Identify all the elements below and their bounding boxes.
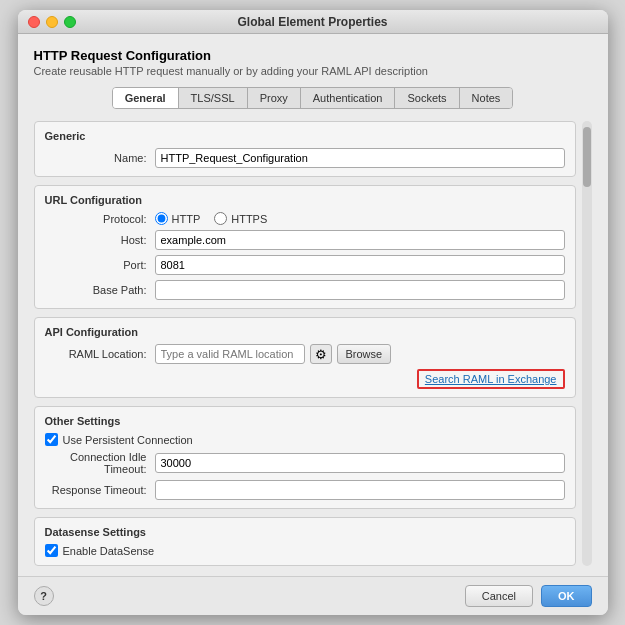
response-timeout-label: Response Timeout: xyxy=(45,484,155,496)
base-path-field-row: Base Path: xyxy=(45,280,565,300)
raml-icon-button[interactable]: ⚙ xyxy=(310,344,332,364)
close-button[interactable] xyxy=(28,16,40,28)
persistent-connection-checkbox[interactable] xyxy=(45,433,58,446)
host-label: Host: xyxy=(45,234,155,246)
page-subtitle: Create reusable HTTP request manually or… xyxy=(34,65,592,77)
title-bar: Global Element Properties xyxy=(18,10,608,34)
maximize-button[interactable] xyxy=(64,16,76,28)
main-content: Generic Name: URL Configuration Protocol… xyxy=(34,121,576,566)
footer: ? Cancel OK xyxy=(18,576,608,615)
protocol-label: Protocol: xyxy=(45,213,155,225)
idle-timeout-label: Connection Idle Timeout: xyxy=(45,451,155,475)
ok-button[interactable]: OK xyxy=(541,585,592,607)
raml-field-row: RAML Location: ⚙ Browse xyxy=(45,344,565,364)
protocol-http-label: HTTP xyxy=(172,213,201,225)
name-input[interactable] xyxy=(155,148,565,168)
protocol-http-radio[interactable] xyxy=(155,212,168,225)
section-url-title: URL Configuration xyxy=(45,194,565,206)
browse-button[interactable]: Browse xyxy=(337,344,392,364)
section-api-title: API Configuration xyxy=(45,326,565,338)
tab-general[interactable]: General xyxy=(113,88,179,108)
tab-sockets[interactable]: Sockets xyxy=(395,88,459,108)
section-other-settings: Other Settings Use Persistent Connection… xyxy=(34,406,576,509)
section-generic-title: Generic xyxy=(45,130,565,142)
section-datasense-title: Datasense Settings xyxy=(45,526,565,538)
name-field-row: Name: xyxy=(45,148,565,168)
cancel-button[interactable]: Cancel xyxy=(465,585,533,607)
help-button[interactable]: ? xyxy=(34,586,54,606)
raml-input[interactable] xyxy=(155,344,305,364)
window-content: HTTP Request Configuration Create reusab… xyxy=(18,34,608,576)
section-generic: Generic Name: xyxy=(34,121,576,177)
window-title: Global Element Properties xyxy=(237,15,387,29)
window: Global Element Properties HTTP Request C… xyxy=(18,10,608,615)
protocol-field-row: Protocol: HTTP HTTPS xyxy=(45,212,565,225)
enable-datasense-label: Enable DataSense xyxy=(63,545,155,557)
port-field-row: Port: xyxy=(45,255,565,275)
response-timeout-row: Response Timeout: xyxy=(45,480,565,500)
minimize-button[interactable] xyxy=(46,16,58,28)
base-path-input[interactable] xyxy=(155,280,565,300)
enable-datasense-row: Enable DataSense xyxy=(45,544,565,557)
protocol-https-option[interactable]: HTTPS xyxy=(214,212,267,225)
host-input[interactable] xyxy=(155,230,565,250)
tab-proxy[interactable]: Proxy xyxy=(248,88,301,108)
tab-authentication[interactable]: Authentication xyxy=(301,88,396,108)
raml-input-row: ⚙ Browse xyxy=(155,344,392,364)
base-path-label: Base Path: xyxy=(45,284,155,296)
scrollbar-thumb[interactable] xyxy=(583,127,591,187)
section-datasense: Datasense Settings Enable DataSense xyxy=(34,517,576,566)
section-url-config: URL Configuration Protocol: HTTP HTTPS xyxy=(34,185,576,309)
persistent-connection-label: Use Persistent Connection xyxy=(63,434,193,446)
protocol-https-label: HTTPS xyxy=(231,213,267,225)
protocol-https-radio[interactable] xyxy=(214,212,227,225)
traffic-lights xyxy=(28,16,76,28)
tabs-bar: General TLS/SSL Proxy Authentication Soc… xyxy=(112,87,514,109)
port-input[interactable] xyxy=(155,255,565,275)
raml-label: RAML Location: xyxy=(45,348,155,360)
enable-datasense-checkbox[interactable] xyxy=(45,544,58,557)
name-label: Name: xyxy=(45,152,155,164)
port-label: Port: xyxy=(45,259,155,271)
protocol-radio-group: HTTP HTTPS xyxy=(155,212,268,225)
host-field-row: Host: xyxy=(45,230,565,250)
protocol-http-option[interactable]: HTTP xyxy=(155,212,201,225)
idle-timeout-row: Connection Idle Timeout: xyxy=(45,451,565,475)
idle-timeout-input[interactable] xyxy=(155,453,565,473)
persistent-connection-row: Use Persistent Connection xyxy=(45,433,565,446)
exchange-link[interactable]: Search RAML in Exchange xyxy=(417,369,565,389)
tab-notes[interactable]: Notes xyxy=(460,88,513,108)
response-timeout-input[interactable] xyxy=(155,480,565,500)
footer-buttons: Cancel OK xyxy=(465,585,592,607)
page-title: HTTP Request Configuration xyxy=(34,48,592,63)
scroll-area: Generic Name: URL Configuration Protocol… xyxy=(34,121,592,566)
scrollbar[interactable] xyxy=(582,121,592,566)
section-api-config: API Configuration RAML Location: ⚙ Brows… xyxy=(34,317,576,398)
tab-tls-ssl[interactable]: TLS/SSL xyxy=(179,88,248,108)
exchange-link-container: Search RAML in Exchange xyxy=(45,369,565,389)
section-other-title: Other Settings xyxy=(45,415,565,427)
